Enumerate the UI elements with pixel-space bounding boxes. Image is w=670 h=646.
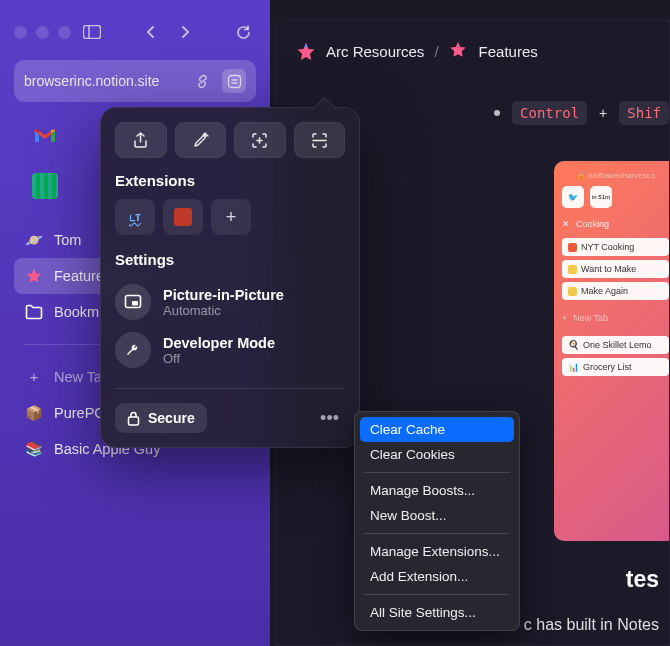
nav-label: Tom [54, 232, 81, 248]
thumb-new-tab: + New Tab [562, 308, 669, 328]
settings-heading: Settings [115, 251, 345, 268]
menu-new-boost[interactable]: New Boost... [360, 503, 514, 528]
menu-clear-cookies[interactable]: Clear Cookies [360, 442, 514, 467]
thumb-row: ✕ Cooking [562, 214, 669, 234]
svg-rect-2 [228, 75, 240, 87]
url-text: browserinc.notion.site [24, 73, 182, 89]
link-icon[interactable] [190, 69, 214, 93]
maximize-window-button[interactable] [58, 26, 71, 39]
add-extension-button[interactable]: + [211, 199, 251, 235]
breadcrumb-separator: / [434, 43, 438, 60]
setting-title: Developer Mode [163, 335, 275, 351]
wrench-icon [115, 332, 151, 368]
secure-label: Secure [148, 410, 195, 426]
svg-rect-5 [129, 417, 139, 425]
pinned-app-5[interactable] [20, 166, 70, 206]
capture-button[interactable] [234, 122, 286, 158]
setting-subtitle: Off [163, 351, 275, 366]
context-menu: Clear Cache Clear Cookies Manage Boosts.… [354, 411, 520, 631]
thumb-tab: in 51m [590, 186, 612, 208]
svg-rect-4 [132, 301, 138, 306]
secure-badge[interactable]: Secure [115, 403, 207, 433]
traffic-lights [14, 26, 71, 39]
svg-rect-0 [84, 26, 101, 39]
bullet-icon [494, 110, 500, 116]
pip-icon [115, 284, 151, 320]
reload-button[interactable] [230, 19, 256, 45]
setting-dev-mode[interactable]: Developer Mode Off [115, 326, 345, 374]
embedded-screenshot: 🔒 halfbakedharvest.c 🐦 in 51m ✕ Cooking … [554, 161, 669, 541]
more-options-button[interactable]: ••• [314, 404, 345, 433]
site-controls-popover: Extensions ꮮт + Settings Picture-in-Pict… [100, 107, 360, 448]
popover-action-row [115, 122, 345, 158]
page-controls-icon[interactable] [222, 69, 246, 93]
star-icon [449, 41, 469, 61]
books-icon: 📚 [24, 439, 44, 459]
back-button[interactable] [138, 19, 164, 45]
menu-manage-boosts[interactable]: Manage Boosts... [360, 478, 514, 503]
menu-divider [364, 594, 510, 595]
menu-all-site-settings[interactable]: All Site Settings... [360, 600, 514, 625]
boost-button[interactable] [175, 122, 227, 158]
plus-icon: + [24, 367, 44, 387]
menu-manage-extensions[interactable]: Manage Extensions... [360, 539, 514, 564]
url-bar[interactable]: browserinc.notion.site [14, 60, 256, 102]
folder-icon [24, 302, 44, 322]
section-title: tes [626, 566, 659, 593]
thumb-card: 🍳 One Skillet Lemo [562, 336, 669, 354]
thumb-tab: 🐦 [562, 186, 584, 208]
menu-divider [364, 533, 510, 534]
setting-subtitle: Automatic [163, 303, 284, 318]
minimize-window-button[interactable] [36, 26, 49, 39]
breadcrumb: Arc Resources / Features [276, 21, 669, 61]
extensions-heading: Extensions [115, 172, 345, 189]
divider [115, 388, 345, 389]
setting-title: Picture-in-Picture [163, 287, 284, 303]
arc-icon [296, 41, 316, 61]
planet-icon: 🪐 [24, 230, 44, 250]
cube-icon: 📦 [24, 403, 44, 423]
star-icon [24, 266, 44, 286]
breadcrumb-root[interactable]: Arc Resources [326, 43, 424, 60]
sidebar-toggle-icon[interactable] [79, 19, 105, 45]
keyboard-shortcut: Control + Shif [494, 101, 669, 125]
kbd-control: Control [512, 101, 587, 125]
thumb-card: NYT Cooking [562, 238, 669, 256]
setting-pip[interactable]: Picture-in-Picture Automatic [115, 278, 345, 326]
menu-divider [364, 472, 510, 473]
thumb-card: Want to Make [562, 260, 669, 278]
menu-clear-cache[interactable]: Clear Cache [360, 417, 514, 442]
share-button[interactable] [115, 122, 167, 158]
kbd-shift: Shif [619, 101, 669, 125]
thumb-card: Make Again [562, 282, 669, 300]
extension-ublock[interactable] [163, 199, 203, 235]
breadcrumb-leaf[interactable]: Features [479, 43, 538, 60]
menu-add-extension[interactable]: Add Extension... [360, 564, 514, 589]
titlebar [0, 0, 270, 50]
forward-button[interactable] [172, 19, 198, 45]
extensions-row: ꮮт + [115, 199, 345, 235]
thumb-card: 📊 Grocery List [562, 358, 669, 376]
extension-languagetool[interactable]: ꮮт [115, 199, 155, 235]
thumb-url: 🔒 halfbakedharvest.c [562, 171, 669, 180]
kbd-plus: + [599, 105, 607, 121]
section-body: c has built in Notes [524, 616, 659, 634]
lock-icon [127, 411, 140, 426]
close-window-button[interactable] [14, 26, 27, 39]
scan-button[interactable] [294, 122, 346, 158]
pinned-app-gmail[interactable] [20, 116, 70, 156]
